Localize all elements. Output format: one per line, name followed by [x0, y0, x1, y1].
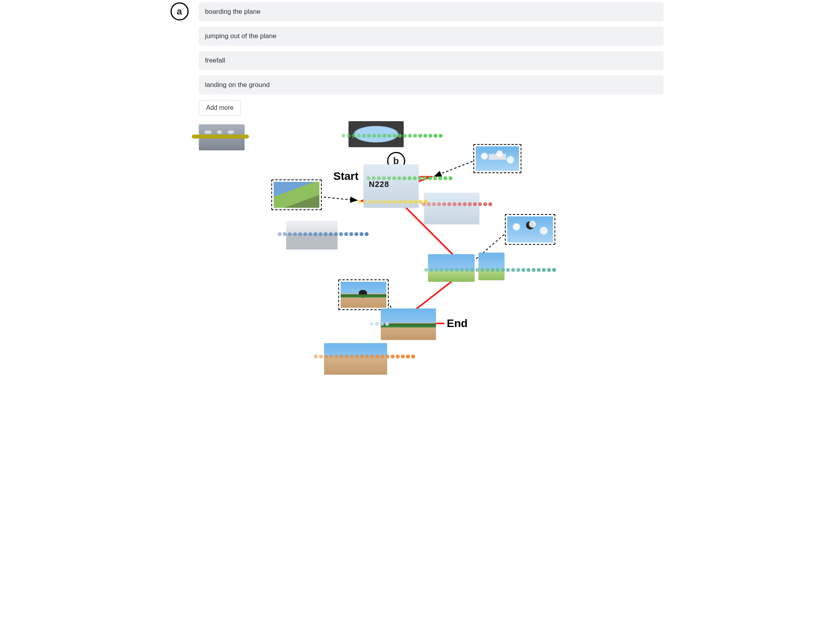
input-text: boarding the plane	[205, 8, 261, 15]
input-row[interactable]: boarding the plane	[199, 2, 664, 21]
thumbnail-scene	[341, 282, 386, 308]
add-more-button[interactable]: Add more	[199, 100, 241, 116]
track-t-lblue	[370, 322, 389, 326]
track-t-orange	[314, 355, 393, 359]
panel-label-a-text: a	[177, 6, 182, 17]
thumbnail-th-tandem[interactable]	[505, 214, 555, 245]
track-t-green2	[367, 176, 434, 180]
track-t-yellow	[357, 200, 414, 204]
thumbnail-scene	[507, 216, 553, 242]
person-silhouette-icon	[359, 290, 367, 298]
dashed-arrow	[434, 161, 473, 176]
track-t-green1	[341, 134, 420, 138]
input-row[interactable]: jumping out of the plane	[199, 27, 664, 46]
visualization-canvas[interactable]: b Start End N228	[168, 118, 672, 379]
input-row[interactable]: freefall	[199, 51, 664, 70]
thumbnail-th-walk[interactable]	[324, 343, 387, 375]
thumbnail-scene	[424, 193, 479, 224]
thumbnail-th-plane-ext[interactable]	[473, 144, 521, 173]
input-row[interactable]: landing on the ground	[199, 76, 664, 94]
overlay-svg	[168, 118, 672, 379]
add-more-label: Add more	[206, 104, 234, 111]
start-label: Start	[334, 170, 359, 183]
end-label: End	[447, 317, 468, 330]
thumbnail-scene	[324, 343, 387, 375]
input-text: landing on the ground	[205, 81, 270, 89]
person-silhouette-icon	[526, 222, 534, 229]
thumbnail-scene	[274, 182, 319, 208]
track-t-olive	[192, 135, 249, 139]
thumbnail-th-sky2[interactable]	[478, 253, 504, 280]
input-text: jumping out of the plane	[205, 32, 276, 40]
thumbnail-scene	[476, 146, 519, 171]
thumbnail-th-land-s[interactable]	[338, 279, 389, 310]
tail-number: N228	[369, 180, 389, 189]
thumbnail-scene	[478, 253, 504, 280]
input-text: freefall	[205, 57, 225, 64]
dashed-arrow	[319, 197, 357, 200]
track-t-blue	[278, 232, 354, 236]
thumbnail-th-haze[interactable]	[424, 193, 479, 224]
thumbnail-th-aerial[interactable]	[271, 179, 322, 210]
input-list: boarding the plane jumping out of the pl…	[199, 2, 664, 116]
panel-label-a: a	[171, 2, 189, 20]
track-t-teal	[424, 268, 538, 272]
track-t-reddots	[422, 202, 483, 206]
